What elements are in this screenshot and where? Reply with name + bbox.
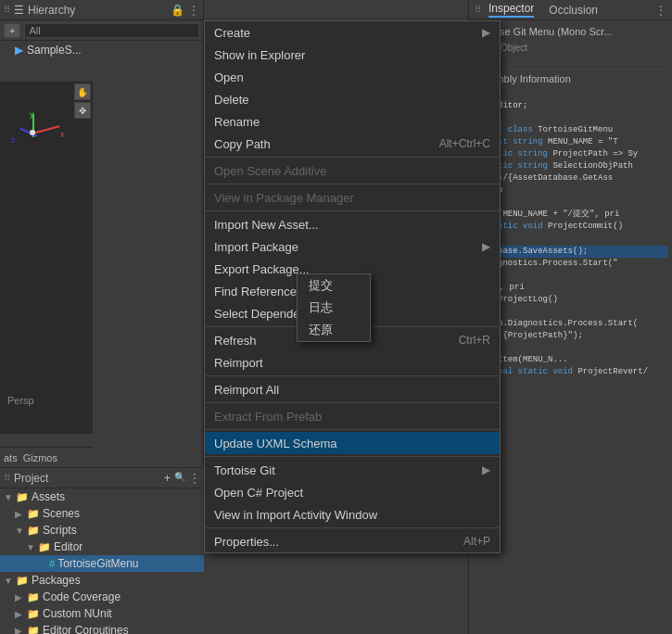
menu-item-delete-label: Delete <box>214 93 490 107</box>
menu-item-copy-path-shortcut: Alt+Ctrl+C <box>439 137 490 150</box>
editor-arrow: ▼ <box>26 542 35 552</box>
hierarchy-header: ⠿ ☰ Hierarchy 🔒 ⋮ <box>0 0 203 20</box>
scenes-arrow: ▶ <box>15 509 24 519</box>
menu-item-create-label: Create <box>214 26 475 40</box>
code-line-7: tPath}/{AssetDatabase.GetAss <box>473 172 668 184</box>
tree-item-editorcoroutines[interactable]: ▶ 📁 Editor Coroutines <box>0 622 204 634</box>
tree-item-scenes[interactable]: ▶ 📁 Scenes <box>0 505 204 522</box>
packages-folder-icon: 📁 <box>16 575 29 587</box>
menu-item-refresh-shortcut: Ctrl+R <box>459 334 490 347</box>
persp-label: Persp <box>7 395 34 406</box>
code-line-20: /path:{ProjectPath}"); <box>473 330 668 342</box>
separator-9 <box>205 527 500 528</box>
menu-item-open-csharp[interactable]: Open C# Project <box>205 481 500 503</box>
submenu-revert-label: 还原 <box>309 322 333 338</box>
submenu-item-log[interactable]: 日志 <box>298 297 370 319</box>
gizmos-tab[interactable]: Gizmos <box>23 452 57 463</box>
viewport-area: x y z Persp ✋ ✥ <box>0 82 93 434</box>
search-button[interactable]: 🔍 <box>174 472 185 485</box>
menu-item-delete[interactable]: Delete <box>205 88 500 110</box>
menu-item-tortoise-git[interactable]: Tortoise Git ▶ <box>205 459 500 481</box>
code-line-19: System.Diagnostics.Process.Start( <box>473 318 668 330</box>
menu-item-import-package-label: Import Package <box>214 240 475 254</box>
menu-item-open-csharp-label: Open C# Project <box>214 486 490 500</box>
menu-item-copy-path[interactable]: Copy Path Alt+Ctrl+C <box>205 133 500 155</box>
tree-item-tortoisegitmenu[interactable]: # TortoiseGitMenu <box>0 555 204 572</box>
menu-item-import-package-arrow: ▶ <box>482 240 490 253</box>
code-line-3: static class TortoiseGitMenu <box>473 124 668 136</box>
hierarchy-title: Hierarchy <box>28 4 75 17</box>
code-line-14: n Diagnostics.Process.Start(" <box>473 258 668 270</box>
menu-item-open-scene-additive-label: Open Scene Additive <box>214 164 490 178</box>
inspector-menu-icon: ⋮ <box>655 4 666 17</box>
menu-item-update-uxml-label: Update UXML Schema <box>214 437 490 450</box>
hand-tool[interactable]: ✋ <box>74 83 91 100</box>
scenes-label: Scenes <box>43 507 80 520</box>
scene-gizmo: x y z <box>9 109 65 165</box>
viewport-toolbar: ✋ ✥ <box>72 82 93 120</box>
lock-icon: 🔒 <box>171 4 184 17</box>
ats-tab[interactable]: ats <box>4 452 18 463</box>
menu-item-update-uxml[interactable]: Update UXML Schema <box>205 432 500 454</box>
editor-label: Editor <box>54 540 82 553</box>
menu-item-tortoise-git-arrow: ▶ <box>482 463 490 476</box>
assembly-name: me <box>473 86 668 96</box>
assets-folder-icon: 📁 <box>16 491 29 503</box>
hierarchy-icon: ☰ <box>14 4 24 17</box>
hierarchy-item[interactable]: ▶ SampleS... <box>0 41 203 59</box>
separator-7 <box>205 429 500 430</box>
scripts-folder-icon: 📁 <box>27 525 40 537</box>
code-line-23: internal static void ProjectRevert/ <box>473 366 668 378</box>
menu-item-open[interactable]: Open <box>205 66 500 88</box>
plus-button[interactable]: + <box>164 472 171 485</box>
code-line-13: tDatabase.SaveAssets(); <box>473 246 668 258</box>
menu-item-show-explorer[interactable]: Show in Explorer <box>205 44 500 66</box>
code-line-8: n Menu <box>473 184 668 197</box>
code-line-6: e static string SelectionObjPath <box>473 160 668 172</box>
tree-item-editor[interactable]: ▼ 📁 Editor <box>0 539 204 555</box>
customnunit-label: Custom NUnit <box>43 607 112 620</box>
menu-item-create[interactable]: Create ▶ <box>205 21 500 44</box>
menu-item-import-new-asset[interactable]: Import New Asset... <box>205 213 500 235</box>
menu-item-import-activity-label: View in Import Activity Window <box>214 508 490 522</box>
code-line-4: e const string MENU_NAME = "T <box>473 136 668 148</box>
move-tool[interactable]: ✥ <box>74 102 91 119</box>
menu-item-reimport[interactable]: Reimport <box>205 351 500 374</box>
menu-item-properties[interactable]: Properties... Alt+P <box>205 530 500 552</box>
editorcoroutines-label: Editor Coroutines <box>43 624 129 634</box>
separator-1 <box>205 157 500 158</box>
menu-item-reimport-all[interactable]: Reimport All <box>205 378 500 400</box>
menu-item-import-activity[interactable]: View in Import Activity Window <box>205 503 500 526</box>
menu-icon: ⋮ <box>188 4 199 17</box>
code-line-17: void ProjectLog() <box>473 294 668 306</box>
separator-8 <box>205 456 500 457</box>
code-line-12 <box>473 234 668 246</box>
scripts-arrow: ▼ <box>15 526 24 536</box>
code-line-18 <box>473 306 668 318</box>
hierarchy-plus-button[interactable]: + <box>4 23 20 38</box>
packages-label: Packages <box>32 574 81 587</box>
tree-item-scripts[interactable]: ▼ 📁 Scripts <box>0 522 204 539</box>
code-line-22: [MenuItem(MENU_N... <box>473 354 668 366</box>
bottom-gizmos-bar: ats Gizmos <box>0 447 93 467</box>
menu-item-view-package-mgr: View in Package Manager <box>205 186 500 209</box>
code-block: nityEditor; static class TortoiseGitMenu… <box>473 100 668 378</box>
tree-item-assets[interactable]: ▼ 📁 Assets <box>0 488 204 505</box>
tree-item-customnunit[interactable]: ▶ 📁 Custom NUnit <box>0 605 204 622</box>
menu-item-create-arrow: ▶ <box>482 26 490 39</box>
submenu-log-label: 日志 <box>309 299 333 316</box>
submenu-item-commit[interactable]: 提交 <box>298 274 370 297</box>
menu-item-open-scene-additive: Open Scene Additive <box>205 159 500 182</box>
tortoise-label: TortoiseGitMenu <box>57 557 138 570</box>
inspector-script-row: Script <box>473 53 668 63</box>
menu-item-rename[interactable]: Rename <box>205 110 500 133</box>
occlusion-tab[interactable]: Occlusion <box>549 4 598 17</box>
tree-item-packages[interactable]: ▼ 📁 Packages <box>0 572 204 589</box>
code-line-16: "日志", pri <box>473 282 668 294</box>
inspector-tab[interactable]: Inspector <box>488 2 534 18</box>
menu-item-import-package[interactable]: Import Package ▶ <box>205 235 500 258</box>
submenu-item-revert[interactable]: 还原 <box>298 319 370 341</box>
assets-label: Assets <box>32 490 65 503</box>
menu-item-properties-shortcut: Alt+P <box>463 535 490 548</box>
tree-item-codecoverage[interactable]: ▶ 📁 Code Coverage <box>0 589 204 605</box>
